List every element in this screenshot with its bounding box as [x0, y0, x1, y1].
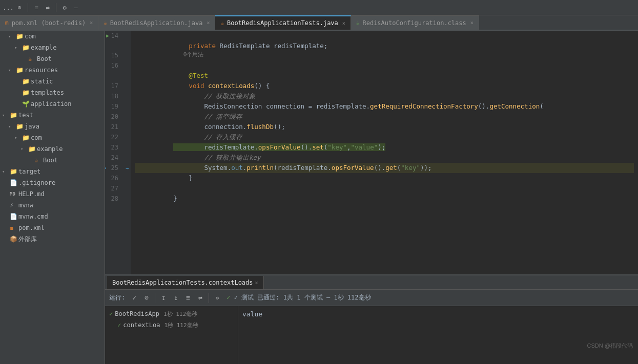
tab-pom-xml[interactable]: m pom.xml (boot-redis) × [0, 15, 98, 30]
tab-redis-class[interactable]: ☕ RedisAutoConfiguration.class × [351, 15, 479, 30]
run-status-text: ✓ ✓ 测试 已通过: 1共 1 个测试 – 1秒 112毫秒 [227, 293, 371, 302]
tree-item-example2[interactable]: ▾ 📁 example [0, 143, 105, 155]
tree-label: templates [31, 89, 64, 96]
tree-item-external-libs[interactable]: 📦 外部库 [0, 233, 105, 245]
gutter-mark-15 [124, 50, 131, 60]
tab-boot-app-label: BootRedisApplication.java [110, 19, 203, 27]
tree-item-mvnw-cmd[interactable]: 📄 mvnw.cmd [0, 211, 105, 222]
toolbar-icon-minimize[interactable]: — [72, 4, 80, 12]
bottom-tab-label: BootRedisApplicationTests.contextLoads [112, 279, 253, 286]
run-tree-contextloads[interactable]: ✓ contextLoa 1秒 112毫秒 [105, 319, 238, 331]
code-line-14: private RedisTemplate redisTemplate; [135, 31, 634, 41]
tree-item-mvnw[interactable]: ⚡ mvnw [0, 200, 105, 211]
comment: // 获取连接对象 [173, 92, 256, 100]
folder-icon: 📁 [22, 134, 29, 141]
line-num-25: 25 → [105, 163, 120, 173]
run-toolbar-sep-2 [209, 293, 209, 303]
type: RedisTemplate [220, 42, 270, 50]
tab-redis-class-close[interactable]: × [470, 20, 474, 26]
tree-item-templates[interactable]: 📁 templates [0, 87, 105, 98]
line-num-28: 28 [105, 194, 120, 204]
md-icon: MD [10, 191, 17, 197]
comment: // 存入缓存 [173, 133, 242, 141]
code-line-16b: void contextLoads() { [135, 71, 634, 81]
toolbar-separator-2 [56, 3, 56, 12]
code-line-26 [135, 173, 634, 183]
run-status-label: ✓ 测试 已通过: 1共 1 个测试 – 1秒 112毫秒 [234, 294, 371, 301]
function-name: contextLoads [208, 82, 254, 90]
run-more-btn[interactable]: » [212, 293, 222, 303]
tree-label: example [37, 145, 63, 153]
tree-item-target[interactable]: ▾ 📁 target [0, 166, 105, 177]
tree-item-static[interactable]: 📁 static [0, 76, 105, 87]
folder-icon: 📁 [22, 44, 29, 51]
tree-item-pom[interactable]: m pom.xml [0, 222, 105, 233]
run-test-tree: ✓ BootRedisApp 1秒 112毫秒 ✓ contextLoa 1秒 … [105, 306, 238, 364]
run-sync-btn[interactable]: ⇌ [195, 293, 205, 303]
tree-label: Boot [37, 55, 52, 62]
arrow-icon: ▾ [14, 135, 20, 140]
string: "key" [327, 143, 347, 151]
arrow-icon: ▾ [20, 146, 27, 152]
folder-icon: 📁 [28, 145, 35, 153]
code-content[interactable]: private RedisTemplate redisTemplate; 0个用… [131, 31, 638, 274]
run-gutter-icon[interactable]: ▶ [106, 31, 109, 41]
code-editor[interactable]: 14 ▶ 15 16 17 18 19 20 21 22 23 24 25 → [105, 31, 638, 274]
run-up-btn[interactable]: ↥ [171, 293, 181, 303]
run-list-btn[interactable]: ≡ [183, 293, 193, 303]
tree-label: target [18, 168, 40, 175]
tree-item-test[interactable]: ▾ 📁 test [0, 110, 105, 121]
tab-boot-tests[interactable]: ☕ BootRedisApplicationTests.java × [215, 15, 351, 30]
toolbar-icon-list[interactable]: ≡ [32, 4, 40, 12]
tree-item-java[interactable]: ▾ 📁 java [0, 121, 105, 132]
tab-redis-class-label: RedisAutoConfiguration.class [362, 19, 466, 27]
toolbar-icon-sync[interactable]: ⇌ [44, 4, 52, 12]
line-num-24: 24 [105, 153, 120, 163]
folder-icon: 📁 [22, 78, 29, 85]
tree-label: java [25, 123, 39, 130]
line-num-20: 20 [105, 112, 120, 122]
tree-item-resources[interactable]: ▾ 📁 resources [0, 65, 105, 76]
run-check-btn[interactable]: ✓ [129, 293, 139, 303]
toolbar-icon-dots[interactable]: ... [4, 4, 12, 12]
run-tree-context-label: contextLoa [123, 322, 160, 329]
run-tree-app[interactable]: ✓ BootRedisApp 1秒 112毫秒 [105, 308, 238, 319]
java-file-icon-2: ☕ [34, 157, 42, 164]
run-down-btn[interactable]: ↧ [158, 293, 169, 303]
tree-label: test [18, 112, 33, 119]
tree-item-help[interactable]: MD HELP.md [0, 188, 105, 200]
tree-label: Boot [43, 157, 58, 164]
code-line-27: } [135, 183, 634, 194]
line-numbers: 14 ▶ 15 16 17 18 19 20 21 22 23 24 25 → [105, 31, 124, 274]
watermark: CSDN @祎段代码 [587, 342, 633, 350]
tree-item-boot1[interactable]: ☕ Boot [0, 53, 105, 65]
tree-label: pom.xml [18, 224, 45, 231]
tab-boot-app[interactable]: ☕ BootRedisApplication.java × [98, 15, 215, 30]
tree-item-boot2[interactable]: ☕ Boot [0, 155, 105, 166]
tab-boot-app-close[interactable]: × [207, 20, 210, 26]
line-num-17: 17 [105, 81, 120, 91]
bottom-tab-tests[interactable]: BootRedisApplicationTests.contextLoads × [107, 276, 264, 289]
arrow-icon: ▾ [2, 113, 8, 118]
toolbar-icon-add[interactable]: ⊕ [15, 4, 24, 12]
tab-pom-xml-close[interactable]: × [90, 20, 93, 26]
tree-item-com2[interactable]: ▾ 📁 com [0, 132, 105, 143]
tree-item-com[interactable]: ▾ 📁 com [0, 31, 105, 42]
toolbar-icon-settings[interactable]: ⚙ [60, 4, 69, 12]
tree-item-application[interactable]: 🌱 application [0, 98, 105, 110]
tree-label: example [31, 44, 57, 51]
arrow-icon: ▾ [2, 169, 8, 174]
tab-boot-tests-close[interactable]: × [342, 20, 345, 26]
class-icon: ☕ [356, 19, 360, 26]
pass-icon-context: ✓ [117, 322, 121, 329]
run-stop-btn[interactable]: ⊘ [141, 293, 152, 303]
line-num-22: 22 [105, 132, 120, 142]
tree-item-example[interactable]: ▾ 📁 example [0, 42, 105, 53]
code-line-16-ann: @Test [135, 60, 634, 71]
run-output-value: value [242, 310, 262, 318]
tree-label: mvnw [18, 202, 33, 209]
comment: // 清空缓存 [173, 113, 242, 120]
folder-icon: 📁 [22, 89, 29, 96]
bottom-tab-close[interactable]: × [255, 280, 258, 286]
tree-item-gitignore[interactable]: 📄 .gitignore [0, 177, 105, 188]
